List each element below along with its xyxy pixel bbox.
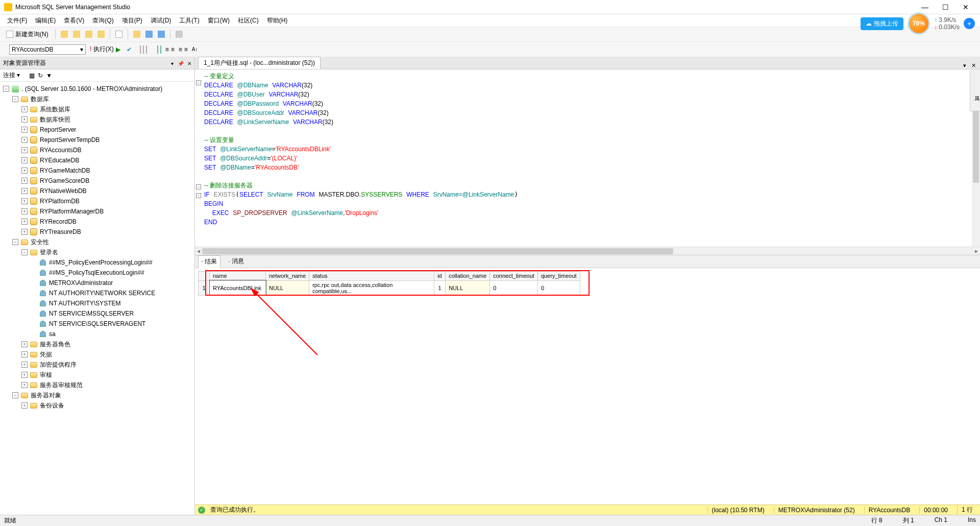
percent-badge[interactable]: 78% bbox=[908, 12, 930, 35]
case-icon[interactable]: A↕ bbox=[192, 46, 198, 52]
connect-dropdown[interactable]: 连接 ▾ bbox=[3, 71, 20, 80]
db-node[interactable]: +RYNativeWebDB bbox=[1, 186, 193, 196]
play-icon[interactable]: ▶ bbox=[116, 46, 120, 53]
new-query-button[interactable]: 新建查询(N) bbox=[3, 29, 52, 40]
scroll-right-icon[interactable]: ► bbox=[973, 247, 980, 255]
db-node[interactable]: +RYGameScoreDB bbox=[1, 176, 193, 186]
login-node[interactable]: NT SERVICE\MSSQLSERVER bbox=[1, 308, 193, 319]
menu-query[interactable]: 查询(Q) bbox=[89, 15, 116, 26]
fold-box-icon[interactable]: − bbox=[196, 80, 201, 85]
results-text-icon[interactable] bbox=[143, 46, 144, 53]
tab-dropdown-icon[interactable]: ▾ bbox=[961, 62, 968, 69]
editor-horizontal-scrollbar[interactable]: ◄ ► bbox=[195, 247, 980, 255]
column-header[interactable]: name bbox=[210, 271, 266, 280]
column-header[interactable]: status bbox=[309, 271, 434, 280]
db-node[interactable]: +RYGameMatchDB bbox=[1, 165, 193, 176]
menu-tools[interactable]: 工具(T) bbox=[176, 15, 202, 26]
results-grid-icon[interactable] bbox=[140, 46, 141, 53]
panel-dropdown-icon[interactable]: ▾ bbox=[171, 61, 174, 66]
login-node[interactable]: NT AUTHORITY\SYSTEM bbox=[1, 298, 193, 308]
login-node[interactable]: NT SERVICE\SQLSERVERAGENT bbox=[1, 319, 193, 329]
parse-icon[interactable]: ✔ bbox=[127, 46, 132, 53]
db-node[interactable]: +ReportServerTempDB bbox=[1, 135, 193, 145]
toolbar-icon-9[interactable] bbox=[174, 29, 184, 39]
toolbar-icon-3[interactable] bbox=[84, 29, 94, 39]
login-node[interactable]: METROX\Administrator bbox=[1, 278, 193, 288]
column-header[interactable]: query_timeout bbox=[537, 271, 580, 280]
login-node[interactable]: sa bbox=[1, 329, 193, 339]
db-node[interactable]: +RYEducateDB bbox=[1, 155, 193, 165]
oe-filter-icon[interactable]: ▼ bbox=[46, 72, 52, 79]
editor-content[interactable]: -- 变量定义 DECLARE @DBName VARCHAR(32) DECL… bbox=[195, 69, 980, 229]
close-button[interactable]: ✕ bbox=[955, 3, 976, 11]
system-databases-node[interactable]: +系统数据库 bbox=[1, 104, 193, 114]
cloud-upload-button[interactable]: ☁ 拖拽上传 bbox=[861, 17, 903, 30]
toolbar2-icon-c5[interactable] bbox=[160, 46, 161, 53]
toolbar-icon-4[interactable] bbox=[96, 29, 106, 39]
security-node[interactable]: −安全性 bbox=[1, 237, 193, 247]
server-objects-node[interactable]: −服务器对象 bbox=[1, 390, 193, 400]
column-header[interactable]: id bbox=[434, 271, 446, 280]
cell-connect-timeout[interactable]: 0 bbox=[490, 280, 538, 295]
menu-community[interactable]: 社区(C) bbox=[235, 15, 262, 26]
scroll-left-icon[interactable]: ◄ bbox=[195, 247, 202, 255]
db-node[interactable]: +RYRecordDB bbox=[1, 217, 193, 227]
toolbar-icon-2[interactable] bbox=[71, 29, 82, 39]
save-icon[interactable] bbox=[144, 29, 154, 39]
menu-debug[interactable]: 调试(D) bbox=[148, 15, 175, 26]
results-grid[interactable]: name network_name status id collation_na… bbox=[198, 271, 580, 296]
column-header[interactable]: collation_name bbox=[446, 271, 490, 280]
execute-button[interactable]: ! 执行(X) bbox=[90, 45, 114, 54]
db-node[interactable]: +RYPlatformManagerDB bbox=[1, 206, 193, 217]
save-all-icon[interactable] bbox=[156, 29, 166, 39]
menu-window[interactable]: 窗口(W) bbox=[205, 15, 233, 26]
document-tab[interactable]: 1_1用户链接.sql - (loc...dministrator (52)) bbox=[198, 57, 321, 69]
databases-node[interactable]: −数据库 bbox=[1, 94, 193, 104]
outdent-icon[interactable]: ≡ bbox=[171, 46, 175, 53]
oe-refresh-icon[interactable]: ↻ bbox=[38, 72, 43, 79]
audits-node[interactable]: +审核 bbox=[1, 370, 193, 380]
column-header[interactable]: connect_timeout bbox=[490, 271, 538, 280]
maximize-button[interactable]: ☐ bbox=[935, 3, 955, 11]
menu-file[interactable]: 文件(F) bbox=[4, 15, 30, 26]
login-node[interactable]: NT AUTHORITY\NETWORK SERVICE bbox=[1, 288, 193, 298]
fold-box-icon[interactable]: − bbox=[196, 193, 201, 198]
comment-icon[interactable]: ≡ bbox=[179, 46, 182, 53]
database-combobox[interactable]: RYAccountsDB ▾ bbox=[9, 44, 86, 55]
menu-view[interactable]: 查看(V) bbox=[61, 15, 87, 26]
properties-collapsed-panel[interactable]: 属 bbox=[970, 70, 980, 111]
tab-close-icon[interactable]: ✕ bbox=[969, 62, 978, 69]
cell-collation[interactable]: NULL bbox=[446, 280, 490, 295]
db-node[interactable]: +RYPlatformDB bbox=[1, 196, 193, 206]
scrollbar-thumb[interactable] bbox=[202, 248, 673, 254]
toolbar2-icon-c4[interactable] bbox=[157, 46, 158, 53]
menu-project[interactable]: 项目(P) bbox=[119, 15, 145, 26]
column-header[interactable]: network_name bbox=[266, 271, 309, 280]
menu-help[interactable]: 帮助(H) bbox=[264, 15, 291, 26]
fold-box-icon[interactable]: − bbox=[196, 184, 201, 189]
db-node[interactable]: +ReportServer bbox=[1, 125, 193, 135]
logins-node[interactable]: −登录名 bbox=[1, 247, 193, 257]
cell-name[interactable]: RYAccountsDBLink bbox=[210, 280, 266, 295]
toolbar-icon-5[interactable] bbox=[114, 29, 124, 39]
object-explorer-tree[interactable]: −. (SQL Server 10.50.1600 - METROX\Admin… bbox=[0, 82, 194, 515]
menu-edit[interactable]: 编辑(E) bbox=[32, 15, 59, 26]
panel-close-icon[interactable]: ✕ bbox=[187, 61, 191, 66]
panel-pin-icon[interactable]: 📌 bbox=[178, 61, 184, 66]
toolbar-icon-1[interactable] bbox=[59, 29, 69, 39]
messages-tab[interactable]: 消息 bbox=[226, 255, 247, 267]
login-node[interactable]: ##MS_PolicyEventProcessingLogin## bbox=[1, 257, 193, 268]
open-icon[interactable] bbox=[132, 29, 142, 39]
backup-devices-node[interactable]: +备份设备 bbox=[1, 400, 193, 411]
server-node[interactable]: −. (SQL Server 10.50.1600 - METROX\Admin… bbox=[1, 84, 193, 94]
sql-editor[interactable]: − − − -- 变量定义 DECLARE @DBName VARCHAR(32… bbox=[195, 69, 980, 247]
crypto-providers-node[interactable]: +加密提供程序 bbox=[1, 360, 193, 370]
server-audit-specs-node[interactable]: +服务器审核规范 bbox=[1, 380, 193, 390]
cell-status[interactable]: rpc,rpc out,data access,collation compat… bbox=[309, 280, 434, 295]
db-node[interactable]: +RYTreasureDB bbox=[1, 227, 193, 237]
add-badge[interactable]: + bbox=[964, 18, 975, 29]
cell-network-name[interactable]: NULL bbox=[266, 280, 309, 295]
credentials-node[interactable]: +凭据 bbox=[1, 349, 193, 360]
results-tab[interactable]: 结果 bbox=[198, 255, 220, 268]
results-data-row[interactable]: 1 RYAccountsDBLink NULL rpc,rpc out,data… bbox=[199, 280, 580, 295]
